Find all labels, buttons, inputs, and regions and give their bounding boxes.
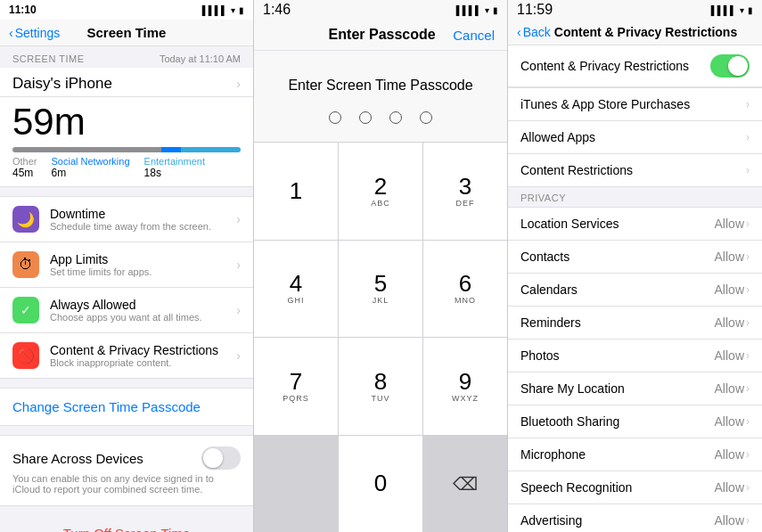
allow-bluetooth: Allow (715, 414, 744, 429)
allow-share-location: Allow (715, 381, 744, 396)
menu-item-app-limits[interactable]: ⏱ App Limits Set time limits for apps. › (0, 242, 253, 288)
bar-other (12, 147, 161, 152)
app-limits-text: App Limits Set time limits for apps. (50, 252, 225, 277)
key-3[interactable]: 3 DEF (423, 143, 507, 240)
always-allowed-text: Always Allowed Choose apps you want at a… (50, 298, 225, 323)
key-1[interactable]: 1 (254, 143, 338, 240)
app-limits-icon: ⏱ (12, 251, 39, 278)
menu-item-content-restrictions[interactable]: 🚫 Content & Privacy Restrictions Block i… (0, 333, 253, 378)
bar-social (161, 147, 181, 152)
dot-2 (359, 111, 372, 124)
status-bar-3: 11:59 ▌▌▌▌ ▾ ▮ (508, 0, 762, 20)
bar-label-social: Social Networking 6m (52, 156, 130, 179)
allow-contacts: Allow (715, 250, 744, 264)
share-label: Share Across Devices (12, 451, 143, 466)
p3-item-reminders[interactable]: Reminders Allow › (508, 307, 762, 340)
status-icons-2: ▌▌▌▌ ▾ ▮ (456, 5, 498, 15)
p3-item-speech[interactable]: Speech Recognition Allow › (508, 471, 762, 504)
p3-item-location[interactable]: Location Services Allow › (508, 208, 762, 241)
content-restrictions-text: Content & Privacy Restrictions Block ina… (50, 343, 225, 368)
section-label-1: SCREEN TIME (12, 53, 84, 64)
panel2-nav: Enter Passcode Cancel (254, 20, 507, 51)
allow-reminders: Allow (715, 315, 744, 330)
wifi-icon-1: ▾ (231, 5, 235, 15)
device-name-row[interactable]: Daisy's iPhone › (0, 68, 253, 97)
chevron-left-icon-1: ‹ (9, 26, 13, 40)
p3-item-itunes[interactable]: iTunes & App Store Purchases › (508, 88, 762, 121)
battery-icon-3: ▮ (748, 5, 753, 15)
p3-item-microphone[interactable]: Microphone Allow › (508, 438, 762, 471)
panel-enter-passcode: 1:46 ▌▌▌▌ ▾ ▮ Enter Passcode Cancel Ente… (254, 0, 508, 532)
chevron-right-icon-device: › (236, 77, 241, 91)
chevron-calendars: › (746, 283, 750, 296)
passcode-prompt: Enter Screen Time Passcode (254, 51, 507, 142)
key-5[interactable]: 5 JKL (339, 241, 422, 338)
chevron-right-content-restrictions: › (236, 348, 241, 363)
restrictions-toggle-row: Content & Privacy Restrictions (508, 45, 762, 87)
p3-item-share-location[interactable]: Share My Location Allow › (508, 372, 762, 405)
share-across-devices-section: Share Across Devices You can enable this… (0, 435, 253, 506)
p3-item-photos[interactable]: Photos Allow › (508, 340, 762, 372)
bar-label-other: Other 45m (12, 156, 37, 179)
key-backspace[interactable]: ⌫ (423, 436, 507, 533)
chevron-right-app-limits: › (236, 258, 241, 272)
p3-item-content-restrictions[interactable]: Content Restrictions › (508, 154, 762, 186)
chevron-reminders: › (746, 316, 750, 329)
chevron-photos: › (746, 349, 750, 362)
allow-speech: Allow (715, 480, 744, 495)
allow-calendars: Allow (715, 282, 744, 297)
dot-3 (389, 111, 402, 124)
key-4[interactable]: 4 GHI (254, 241, 338, 338)
key-8[interactable]: 8 TUV (339, 338, 422, 435)
big-time: 59m (12, 101, 241, 143)
key-0[interactable]: 0 (339, 436, 422, 533)
device-name-text: Daisy's iPhone (12, 75, 112, 93)
back-label-1: Settings (15, 26, 61, 40)
key-7[interactable]: 7 PQRS (254, 338, 338, 435)
chevron-left-icon-3: ‹ (517, 25, 521, 39)
bar-entertainment (181, 147, 241, 152)
prompt-text: Enter Screen Time Passcode (266, 78, 495, 94)
top-items-list: iTunes & App Store Purchases › Allowed A… (508, 87, 762, 187)
allow-photos: Allow (715, 348, 744, 363)
signal-icon-3: ▌▌▌▌ (711, 5, 736, 15)
restrictions-toggle[interactable] (710, 54, 750, 78)
numpad: 1 2 ABC 3 DEF 4 GHI 5 JKL 6 MNO 7 PQRS 8 (254, 142, 507, 532)
screen-time-menu: 🌙 Downtime Schedule time away from the s… (0, 196, 253, 379)
p3-item-allowed-apps[interactable]: Allowed Apps › (508, 121, 762, 154)
chevron-microphone: › (746, 448, 750, 461)
allow-microphone: Allow (715, 447, 744, 462)
key-6[interactable]: 6 MNO (423, 241, 507, 338)
always-allowed-icon: ✓ (12, 297, 39, 323)
signal-icon-2: ▌▌▌▌ (456, 5, 481, 15)
status-time-2: 1:46 (263, 2, 291, 18)
chevron-advertising: › (746, 514, 750, 527)
share-toggle[interactable] (201, 446, 241, 470)
status-time-3: 11:59 (517, 2, 553, 18)
time-display: 59m Other 45m Social Networking 6m Enter… (0, 97, 253, 187)
p3-item-bluetooth[interactable]: Bluetooth Sharing Allow › (508, 405, 762, 438)
back-button-3[interactable]: ‹ Back (517, 25, 551, 39)
turn-off-screen-time-link[interactable]: Turn Off Screen Time (0, 515, 253, 532)
back-button-1[interactable]: ‹ Settings (9, 26, 60, 40)
p3-item-contacts[interactable]: Contacts Allow › (508, 241, 762, 274)
chevron-allowed-apps: › (746, 131, 750, 143)
dot-1 (329, 111, 341, 124)
cancel-button[interactable]: Cancel (453, 28, 495, 43)
menu-item-always-allowed[interactable]: ✓ Always Allowed Choose apps you want at… (0, 288, 253, 333)
bar-label-entertainment: Entertainment 18s (144, 156, 205, 179)
panel2-top: 1:46 ▌▌▌▌ ▾ ▮ Enter Passcode Cancel Ente… (254, 0, 507, 142)
status-icons-1: ▌▌▌▌ ▾ ▮ (202, 5, 244, 15)
menu-item-downtime[interactable]: 🌙 Downtime Schedule time away from the s… (0, 197, 253, 242)
p3-item-calendars[interactable]: Calendars Allow › (508, 274, 762, 307)
downtime-icon: 🌙 (12, 206, 39, 233)
nav-title-1: Screen Time (87, 25, 167, 40)
chevron-content-restrictions: › (746, 164, 750, 176)
key-9[interactable]: 9 WXYZ (423, 338, 507, 435)
key-2[interactable]: 2 ABC (339, 143, 422, 240)
p3-item-advertising[interactable]: Advertising Allow › (508, 504, 762, 532)
allow-location: Allow (715, 217, 744, 231)
panel-content-privacy: 11:59 ▌▌▌▌ ▾ ▮ ‹ Back Content & Privacy … (508, 0, 762, 532)
passcode-dots (266, 111, 495, 124)
change-passcode-link[interactable]: Change Screen Time Passcode (0, 388, 253, 426)
